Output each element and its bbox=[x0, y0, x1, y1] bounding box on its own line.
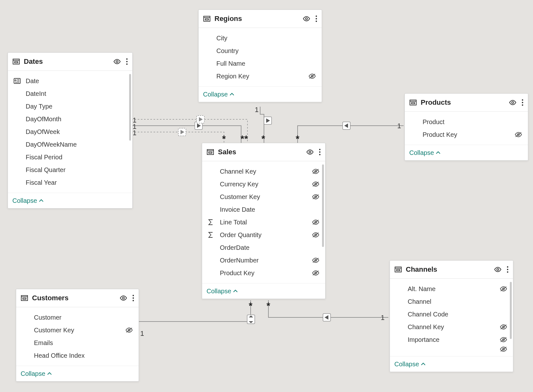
cardinality-many: * bbox=[222, 133, 226, 144]
more-options-icon[interactable] bbox=[507, 266, 509, 273]
table-card-products[interactable]: Products Product Product Key Collapse bbox=[405, 93, 528, 161]
field-row[interactable]: Order Quantity bbox=[203, 229, 324, 241]
field-row[interactable]: Line Total bbox=[203, 216, 324, 229]
field-row[interactable]: Product Key bbox=[406, 128, 527, 141]
field-row[interactable]: Alt. Name bbox=[391, 282, 512, 295]
table-icon bbox=[203, 15, 211, 23]
hidden-field-icon bbox=[500, 337, 507, 342]
table-title: Sales bbox=[218, 148, 306, 156]
collapse-button[interactable]: Collapse bbox=[21, 370, 52, 377]
field-row[interactable]: Full Name bbox=[200, 57, 320, 70]
field-row[interactable]: DayOfWeekName bbox=[9, 138, 131, 151]
collapse-button[interactable]: Collapse bbox=[12, 197, 43, 204]
more-options-icon[interactable] bbox=[315, 15, 317, 22]
field-row[interactable] bbox=[391, 346, 512, 352]
svg-point-27 bbox=[116, 61, 118, 63]
field-row[interactable]: Channel Key bbox=[203, 165, 324, 178]
field-row[interactable]: Invoice Date bbox=[203, 203, 324, 216]
svg-point-69 bbox=[122, 297, 124, 299]
field-row[interactable]: Channel Key bbox=[391, 321, 512, 333]
field-row[interactable]: Currency Key bbox=[203, 178, 324, 190]
table-title: Regions bbox=[214, 15, 303, 23]
field-row[interactable]: Customer Key bbox=[203, 190, 324, 203]
cardinality-many: * bbox=[266, 300, 270, 311]
more-options-icon[interactable] bbox=[126, 58, 128, 65]
field-row[interactable]: DayOfWeek bbox=[9, 125, 131, 138]
cardinality-one: 1 bbox=[140, 329, 144, 338]
visibility-icon[interactable] bbox=[120, 295, 127, 301]
svg-point-78 bbox=[497, 269, 499, 270]
cardinality-one: 1 bbox=[381, 314, 385, 322]
hidden-field-icon bbox=[515, 132, 522, 137]
svg-marker-12 bbox=[249, 321, 253, 323]
chevron-up-icon bbox=[230, 93, 234, 96]
svg-point-19 bbox=[316, 16, 317, 17]
field-row[interactable]: OrderNumber bbox=[203, 254, 324, 267]
cardinality-many: * bbox=[240, 133, 244, 144]
field-row[interactable]: Emails bbox=[17, 336, 137, 349]
field-row[interactable]: Customer Key bbox=[17, 324, 137, 336]
field-row[interactable]: Fiscal Quarter bbox=[9, 163, 131, 176]
field-row[interactable]: Head Office Index bbox=[17, 349, 137, 362]
svg-point-39 bbox=[512, 102, 514, 103]
table-title: Products bbox=[421, 98, 509, 107]
cardinality-many: * bbox=[244, 133, 248, 144]
field-row[interactable]: Date bbox=[9, 75, 131, 87]
field-row[interactable]: Customer bbox=[17, 311, 137, 324]
field-row[interactable]: Country bbox=[200, 44, 320, 57]
more-options-icon[interactable] bbox=[522, 99, 523, 106]
model-diagram-canvas[interactable]: 1 * 1 1 1 * * * 1 * 1 * 1 * Regions City… bbox=[0, 0, 533, 392]
collapse-button[interactable]: Collapse bbox=[409, 149, 440, 156]
svg-point-20 bbox=[316, 18, 317, 19]
svg-marker-11 bbox=[249, 316, 253, 317]
field-row[interactable]: Product Key bbox=[203, 267, 324, 279]
table-card-regions[interactable]: Regions City Country Full Name Region Ke… bbox=[198, 10, 322, 102]
visibility-icon[interactable] bbox=[113, 59, 121, 64]
svg-rect-38 bbox=[411, 103, 415, 104]
table-card-dates[interactable]: Dates Date DateInt Day Type DayOfMonth D… bbox=[8, 52, 133, 209]
svg-rect-67 bbox=[21, 297, 28, 301]
hidden-field-icon bbox=[312, 169, 319, 174]
svg-rect-17 bbox=[205, 19, 208, 20]
visibility-icon[interactable] bbox=[303, 16, 310, 22]
visibility-icon[interactable] bbox=[509, 100, 517, 105]
table-title: Dates bbox=[24, 57, 113, 66]
more-options-icon[interactable] bbox=[132, 295, 134, 302]
visibility-icon[interactable] bbox=[494, 267, 502, 272]
field-row[interactable]: Fiscal Year bbox=[9, 176, 131, 189]
field-row[interactable]: Region Key bbox=[200, 70, 320, 83]
field-row[interactable]: Day Type bbox=[9, 100, 131, 113]
table-card-customers[interactable]: Customers Customer Customer Key Emails H… bbox=[16, 289, 139, 382]
collapse-button[interactable]: Collapse bbox=[394, 361, 425, 368]
hidden-field-icon bbox=[312, 232, 319, 238]
field-row[interactable]: Product bbox=[406, 116, 527, 128]
hidden-field-icon bbox=[500, 346, 507, 352]
svg-rect-4 bbox=[197, 116, 204, 123]
field-row[interactable]: City bbox=[200, 32, 320, 44]
visibility-icon[interactable] bbox=[306, 149, 314, 155]
collapse-button[interactable]: Collapse bbox=[207, 288, 238, 295]
collapse-button[interactable]: Collapse bbox=[203, 91, 234, 98]
field-row[interactable]: Channel Code bbox=[391, 308, 512, 321]
svg-rect-76 bbox=[395, 268, 401, 272]
field-row[interactable]: Channel bbox=[391, 295, 512, 308]
field-row[interactable]: DayOfMonth bbox=[9, 113, 131, 125]
table-card-channels[interactable]: Channels Alt. Name Channel Channel Code … bbox=[390, 260, 513, 372]
field-row[interactable]: Fiscal Period bbox=[9, 151, 131, 163]
svg-rect-68 bbox=[23, 298, 26, 299]
chevron-up-icon bbox=[233, 289, 238, 293]
more-options-icon[interactable] bbox=[319, 149, 321, 156]
field-row[interactable]: Importance bbox=[391, 333, 512, 346]
svg-rect-13 bbox=[323, 314, 331, 321]
table-icon bbox=[21, 294, 28, 302]
field-row[interactable]: OrderDate bbox=[203, 241, 324, 254]
svg-point-50 bbox=[319, 151, 320, 153]
scrollbar[interactable] bbox=[322, 164, 324, 247]
table-title: Customers bbox=[32, 294, 120, 302]
table-card-sales[interactable]: Sales Channel Key Currency Key Customer … bbox=[202, 143, 326, 299]
field-row[interactable]: DateInt bbox=[9, 87, 131, 100]
scrollbar[interactable] bbox=[510, 282, 512, 339]
scrollbar[interactable] bbox=[129, 74, 131, 141]
chevron-up-icon bbox=[39, 199, 43, 202]
table-icon bbox=[12, 58, 20, 65]
